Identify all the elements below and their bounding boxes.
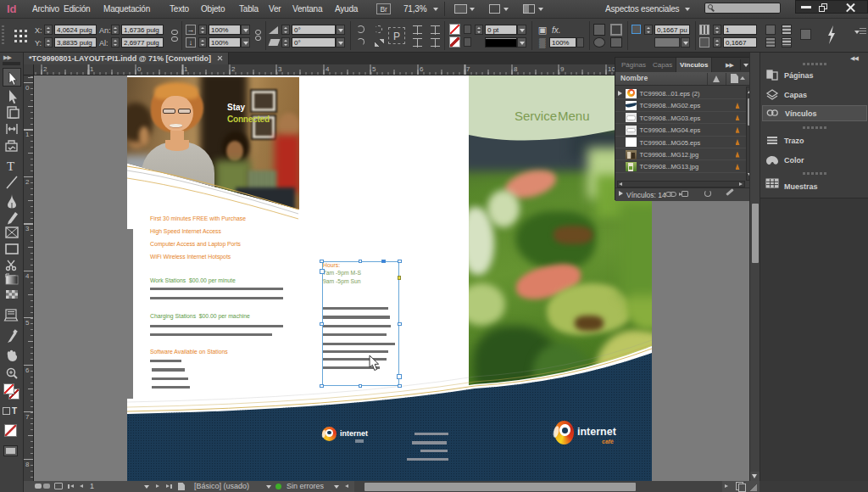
- svg-text:T: T: [7, 159, 14, 173]
